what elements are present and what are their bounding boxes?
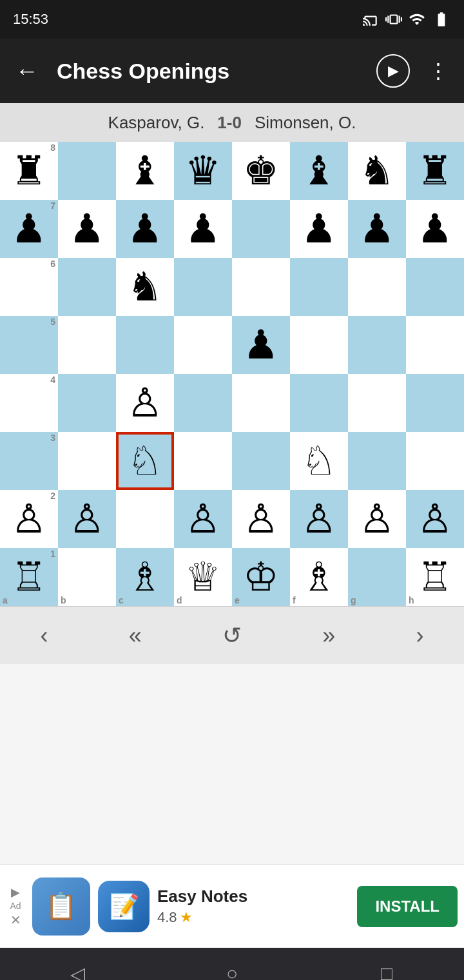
board-cell-19[interactable] [174, 258, 232, 316]
board-cell-36[interactable] [232, 374, 290, 432]
board-cell-34[interactable]: ♙ [116, 374, 174, 432]
board-cell-41[interactable] [58, 432, 116, 490]
board-cell-42[interactable]: ♘ [116, 432, 174, 490]
chess-piece: ♜ [11, 151, 47, 191]
board-cell-40[interactable]: 3 [0, 432, 58, 490]
board-cell-60[interactable]: ♔e [232, 548, 290, 606]
chess-piece: ♝ [127, 151, 163, 191]
board-cell-46[interactable] [348, 432, 406, 490]
board-cell-56[interactable]: ♖1a [0, 548, 58, 606]
prev-button[interactable]: ‹ [28, 616, 61, 656]
board-cell-59[interactable]: ♕d [174, 548, 232, 606]
board-cell-8[interactable]: ♟7 [0, 200, 58, 258]
system-recent-button[interactable]: □ [367, 954, 406, 980]
system-home-button[interactable]: ○ [213, 954, 251, 980]
board-cell-32[interactable]: 4 [0, 374, 58, 432]
chess-piece: ♞ [127, 267, 163, 307]
board-cell-55[interactable]: ♙ [406, 490, 464, 548]
chess-piece: ♝ [301, 151, 337, 191]
chess-board[interactable]: ♜8♝♛♚♝♞♜♟7♟♟♟♟♟♟6♞5♟4♙3♘♘♙2♙♙♙♙♙♙♖1ab♗c♕… [0, 142, 464, 606]
board-cell-10[interactable]: ♟ [116, 200, 174, 258]
board-cell-3[interactable]: ♛ [174, 142, 232, 200]
board-cell-15[interactable]: ♟ [406, 200, 464, 258]
board-cell-50[interactable] [116, 490, 174, 548]
board-cell-21[interactable] [290, 258, 348, 316]
install-button[interactable]: INSTALL [357, 886, 458, 927]
board-cell-9[interactable]: ♟ [58, 200, 116, 258]
app-bar: ← Chess Openings ▶ ⋮ [0, 39, 464, 103]
board-cell-17[interactable] [58, 258, 116, 316]
status-bar: 15:53 [0, 0, 464, 39]
board-cell-16[interactable]: 6 [0, 258, 58, 316]
rewind-button[interactable]: « [116, 616, 155, 656]
ad-rating: 4.8 ★ [157, 909, 349, 926]
board-cell-39[interactable] [406, 374, 464, 432]
board-cell-14[interactable]: ♟ [348, 200, 406, 258]
board-cell-58[interactable]: ♗c [116, 548, 174, 606]
board-cell-13[interactable]: ♟ [290, 200, 348, 258]
board-cell-38[interactable] [348, 374, 406, 432]
board-cell-2[interactable]: ♝ [116, 142, 174, 200]
board-cell-61[interactable]: ♗f [290, 548, 348, 606]
board-cell-33[interactable] [58, 374, 116, 432]
rank-label: 6 [50, 259, 55, 268]
page-title: Chess Openings [57, 59, 363, 84]
board-cell-28[interactable]: ♟ [232, 316, 290, 374]
chess-piece: ♜ [417, 151, 453, 191]
board-cell-5[interactable]: ♝ [290, 142, 348, 200]
board-cell-12[interactable] [232, 200, 290, 258]
player2-name: Simonsen, O. [255, 113, 356, 133]
board-cell-45[interactable]: ♘ [290, 432, 348, 490]
board-cell-20[interactable] [232, 258, 290, 316]
menu-button[interactable]: ⋮ [423, 54, 454, 88]
chess-piece: ♙ [417, 499, 453, 539]
board-cell-49[interactable]: ♙ [58, 490, 116, 548]
board-cell-4[interactable]: ♚ [232, 142, 290, 200]
board-cell-0[interactable]: ♜8 [0, 142, 58, 200]
board-cell-37[interactable] [290, 374, 348, 432]
board-cell-53[interactable]: ♙ [290, 490, 348, 548]
board-cell-51[interactable]: ♙ [174, 490, 232, 548]
chess-piece: ♞ [359, 151, 395, 191]
board-cell-63[interactable]: ♖h [406, 548, 464, 606]
chess-piece: ♖ [11, 557, 47, 597]
ad-close-area[interactable]: ▶ Ad ✕ [6, 885, 24, 928]
board-cell-62[interactable]: g [348, 548, 406, 606]
board-cell-24[interactable]: 5 [0, 316, 58, 374]
back-button[interactable]: ← [10, 52, 44, 90]
board-cell-27[interactable] [174, 316, 232, 374]
chess-piece: ♟ [301, 209, 337, 249]
board-cell-54[interactable]: ♙ [348, 490, 406, 548]
file-label: c [119, 596, 124, 605]
board-cell-52[interactable]: ♙ [232, 490, 290, 548]
system-back-button[interactable]: ◁ [58, 954, 97, 980]
battery-icon [432, 11, 451, 28]
board-cell-44[interactable] [232, 432, 290, 490]
board-cell-26[interactable] [116, 316, 174, 374]
ad-banner[interactable]: ▶ Ad ✕ 📋 📝 Easy Notes 4.8 ★ INSTALL [0, 864, 464, 948]
file-label: h [409, 596, 414, 605]
board-cell-18[interactable]: ♞ [116, 258, 174, 316]
play-button[interactable]: ▶ [376, 54, 410, 88]
board-cell-23[interactable] [406, 258, 464, 316]
board-cell-6[interactable]: ♞ [348, 142, 406, 200]
board-cell-11[interactable]: ♟ [174, 200, 232, 258]
file-label: b [61, 596, 66, 605]
board-cell-29[interactable] [290, 316, 348, 374]
board-cell-22[interactable] [348, 258, 406, 316]
ad-close-icon[interactable]: ✕ [10, 912, 21, 928]
board-cell-25[interactable] [58, 316, 116, 374]
board-cell-31[interactable] [406, 316, 464, 374]
reset-button[interactable]: ↺ [209, 616, 255, 656]
ad-text-area: Easy Notes 4.8 ★ [157, 887, 349, 926]
board-cell-7[interactable]: ♜ [406, 142, 464, 200]
forward-button[interactable]: » [309, 616, 348, 656]
board-cell-1[interactable] [58, 142, 116, 200]
board-cell-43[interactable] [174, 432, 232, 490]
board-cell-30[interactable] [348, 316, 406, 374]
board-cell-48[interactable]: ♙2 [0, 490, 58, 548]
next-button[interactable]: › [403, 616, 436, 656]
board-cell-47[interactable] [406, 432, 464, 490]
board-cell-35[interactable] [174, 374, 232, 432]
board-cell-57[interactable]: b [58, 548, 116, 606]
